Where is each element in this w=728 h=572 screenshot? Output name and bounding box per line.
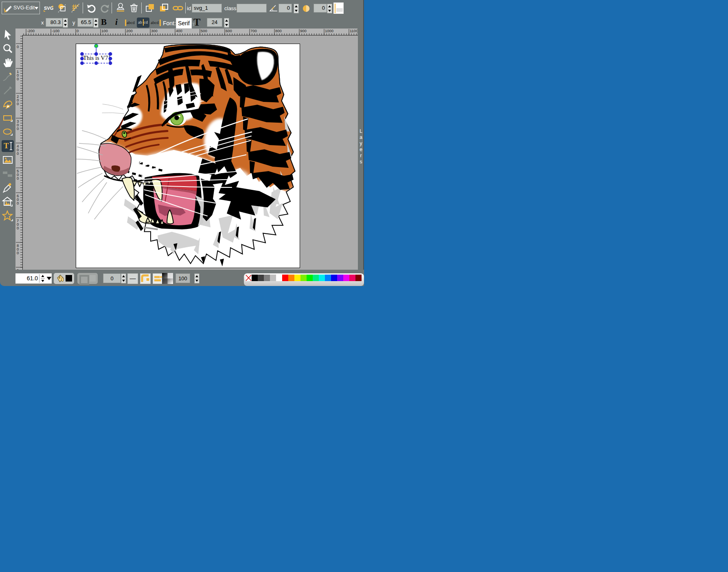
svg-text:600: 600 [226, 29, 232, 33]
svg-text:-200: -200 [27, 29, 35, 33]
svg-text:700: 700 [250, 29, 257, 33]
svg-text:0: 0 [17, 176, 19, 180]
svg-text:0: 0 [17, 151, 19, 156]
svg-text:400: 400 [176, 29, 182, 33]
svg-text:300: 300 [151, 29, 158, 33]
svg-text:200: 200 [126, 29, 133, 33]
svg-text:0: 0 [17, 101, 19, 106]
svg-text:500: 500 [201, 29, 207, 33]
svg-text:0: 0 [17, 44, 19, 49]
svg-text:900: 900 [300, 29, 307, 33]
svg-text:1100: 1100 [350, 29, 357, 33]
svg-text:0: 0 [17, 126, 19, 131]
svg-text:-100: -100 [52, 29, 59, 33]
svg-text:0: 0 [77, 29, 79, 33]
svg-text:0: 0 [17, 77, 19, 81]
svg-text:0: 0 [17, 201, 19, 205]
svg-text:100: 100 [101, 29, 108, 33]
svg-text:800: 800 [275, 29, 282, 33]
svg-text:1000: 1000 [325, 29, 333, 33]
svg-text:0: 0 [17, 251, 19, 255]
svg-text:0: 0 [17, 226, 19, 230]
